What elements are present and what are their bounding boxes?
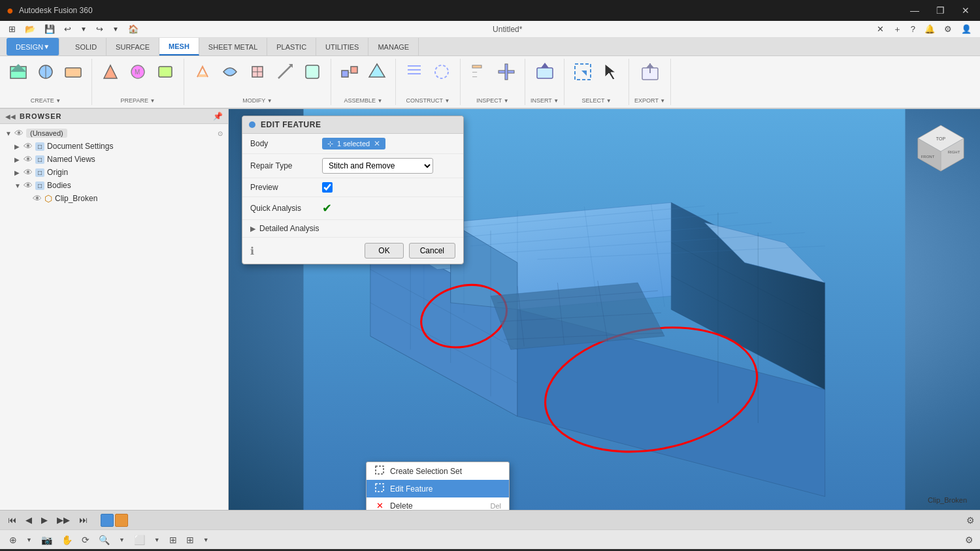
tree-item-named-views[interactable]: ▶ 👁 □ Named Views <box>0 153 228 166</box>
modify-icon-1[interactable] <box>189 60 216 84</box>
tree-item-doc-settings[interactable]: ▶ 👁 □ Document Settings <box>0 140 228 153</box>
modify-group-label: MODIFY ▼ <box>242 96 272 104</box>
timeline-item-2[interactable] <box>115 514 128 527</box>
tab-surface[interactable]: SURFACE <box>106 38 159 55</box>
tab-manage[interactable]: MANAGE <box>368 38 419 55</box>
apps-icon[interactable]: ⊞ <box>5 23 19 35</box>
ctx-delete-shortcut: Del <box>490 502 501 510</box>
inspect-icon-2[interactable] <box>493 60 519 84</box>
modify-icon-5[interactable] <box>299 60 325 84</box>
zoom-arrow[interactable]: ▼ <box>116 535 127 544</box>
body-selected-badge[interactable]: ⊹ 1 selected ✕ <box>322 138 385 150</box>
settings-icon2[interactable]: ⚙ <box>941 23 955 35</box>
tab-mesh[interactable]: MESH <box>159 38 199 55</box>
add-tab-icon[interactable]: ＋ <box>890 22 905 37</box>
notifications-icon[interactable]: 🔔 <box>921 23 938 35</box>
select-icon-1[interactable] <box>570 60 596 84</box>
tab-plastic[interactable]: PLASTIC <box>267 38 316 55</box>
minimize-button[interactable]: — <box>906 3 923 18</box>
ok-button[interactable]: OK <box>365 243 403 259</box>
view-settings-icon[interactable]: ⊞ <box>184 533 197 546</box>
inspect-group: ── INSPECT ▼ <box>461 59 525 105</box>
play-to-start-button[interactable]: ⏮ <box>5 514 19 526</box>
ribbon: ⊞ 📂 💾 ↩ ▼ ↪ ▼ 🏠 Untitled* ✕ ＋ ? 🔔 ⚙ 👤 DE… <box>0 21 980 109</box>
timeline-settings-icon[interactable]: ⚙ <box>966 515 975 526</box>
play-to-end-button[interactable]: ⏭ <box>76 514 90 526</box>
body-clear-button[interactable]: ✕ <box>374 139 380 148</box>
orbit-icon[interactable]: ⟳ <box>79 533 92 546</box>
status-bar-settings-icon[interactable]: ⚙ <box>965 535 973 545</box>
construct-icons <box>401 60 455 84</box>
close-tab-icon[interactable]: ✕ <box>874 23 887 35</box>
detailed-analysis-label: Detailed Analysis <box>259 224 319 233</box>
dialog-body-row: Body ⊹ 1 selected ✕ <box>242 134 463 154</box>
home-button[interactable]: 🏠 <box>125 23 142 35</box>
ctx-item-create-selection-set[interactable]: Create Selection Set <box>367 462 509 480</box>
tree-item-bodies[interactable]: ▼ 👁 □ Bodies <box>0 179 228 192</box>
navigation-cube[interactable]: TOP RIGHT FRONT <box>915 122 967 174</box>
prepare-icon-2[interactable]: M <box>125 60 151 84</box>
info-button[interactable]: ℹ <box>250 245 254 257</box>
assemble-icon-1[interactable] <box>336 60 363 84</box>
snap-icon[interactable]: ⊕ <box>7 533 20 546</box>
tree-item-clip-broken[interactable]: ▶ 👁 ⬡ Clip_Broken <box>0 192 228 205</box>
browser-title: BROWSER <box>20 112 61 120</box>
create-icon-1[interactable] <box>5 60 31 84</box>
undo-arrow[interactable]: ▼ <box>77 24 90 34</box>
svg-text:RIGHT: RIGHT <box>948 150 960 154</box>
modify-icon-2[interactable] <box>217 60 243 84</box>
create-icon-3[interactable] <box>60 60 86 84</box>
grid-icon[interactable]: ⊞ <box>167 533 180 546</box>
detailed-analysis-row[interactable]: ▶ Detailed Analysis <box>242 220 463 238</box>
open-button[interactable]: 📂 <box>22 23 39 35</box>
tree-item-origin[interactable]: ▶ 👁 □ Origin <box>0 166 228 179</box>
preview-checkbox[interactable] <box>322 182 333 193</box>
inspect-icon-1[interactable]: ── <box>466 60 492 84</box>
capture-icon[interactable]: 📷 <box>39 533 55 546</box>
svg-text:─: ─ <box>472 73 478 80</box>
assemble-icon-2[interactable] <box>364 60 390 84</box>
play-button[interactable]: ▶ <box>39 514 50 526</box>
view-settings-arrow[interactable]: ▼ <box>201 535 212 544</box>
account-icon[interactable]: 👤 <box>958 23 975 35</box>
construct-icon-2[interactable] <box>429 60 455 84</box>
insert-icons <box>532 60 558 84</box>
design-dropdown[interactable]: DESIGN ▼ <box>7 38 59 55</box>
ctx-item-edit-feature[interactable]: Edit Feature <box>367 480 509 497</box>
app-title: Autodesk Fusion 360 <box>19 6 93 15</box>
browser-collapse-icon[interactable]: ◀◀ <box>5 113 16 120</box>
tab-sheet-metal[interactable]: SHEET METAL <box>199 38 267 55</box>
close-button[interactable]: ✕ <box>958 3 973 18</box>
display-mode-icon[interactable]: ⬜ <box>131 533 148 546</box>
save-button[interactable]: 💾 <box>41 23 58 35</box>
export-icons <box>637 60 663 84</box>
pan-icon[interactable]: ✋ <box>59 533 75 546</box>
select-icon-cursor[interactable] <box>597 60 623 84</box>
modify-icon-4[interactable] <box>272 60 298 84</box>
construct-icon-1[interactable] <box>401 60 427 84</box>
prepare-icon-3[interactable] <box>152 60 178 84</box>
redo-button[interactable]: ↪ <box>93 23 106 35</box>
cancel-button[interactable]: Cancel <box>409 243 455 259</box>
tab-solid[interactable]: SOLID <box>66 38 106 55</box>
step-forward-button[interactable]: ▶▶ <box>54 514 73 526</box>
restore-button[interactable]: ❐ <box>932 3 949 18</box>
redo-arrow[interactable]: ▼ <box>109 24 122 34</box>
browser-pin-icon[interactable]: 📌 <box>213 112 223 121</box>
create-icon-2[interactable] <box>33 60 59 84</box>
snap-arrow[interactable]: ▼ <box>24 535 35 544</box>
ctx-item-delete[interactable]: ✕ Delete Del <box>367 497 509 510</box>
help-icon[interactable]: ? <box>907 23 919 35</box>
display-mode-arrow[interactable]: ▼ <box>152 535 163 544</box>
repair-type-select[interactable]: Stitch and Remove <box>322 158 433 174</box>
timeline-item-1[interactable] <box>101 514 114 527</box>
insert-icon-1[interactable] <box>532 60 558 84</box>
tree-item-unsaved[interactable]: ▼ 👁 (Unsaved) ⊙ <box>0 127 228 140</box>
undo-button[interactable]: ↩ <box>61 23 74 35</box>
modify-icon-3[interactable] <box>244 60 270 84</box>
tab-utilities[interactable]: UTILITIES <box>316 38 368 55</box>
export-icon-1[interactable] <box>637 60 663 84</box>
prepare-icon-1[interactable] <box>97 60 123 84</box>
step-back-button[interactable]: ◀ <box>23 514 35 526</box>
zoom-icon[interactable]: 🔍 <box>96 533 112 546</box>
